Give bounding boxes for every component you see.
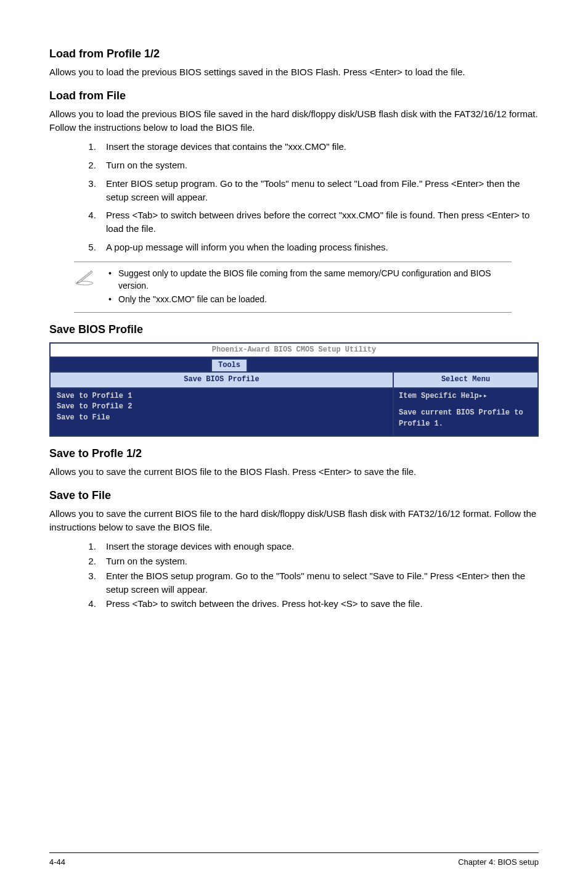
note-box: Suggest only to update the BIOS file com… [74, 262, 512, 313]
paragraph: Allows you to save the current BIOS file… [49, 465, 539, 479]
step-item: A pop-up message will inform you when th… [99, 241, 539, 254]
heading-save-profile: Save to Profle 1/2 [49, 445, 539, 461]
paragraph: Allows you to save the current BIOS file… [49, 507, 539, 534]
bios-left-header: Save BIOS Profile [51, 373, 393, 388]
heading-save-file: Save to File [49, 487, 539, 503]
note-bullet: Only the "xxx.CMO" file can be loaded. [108, 293, 512, 305]
bios-title: Phoenix-Award BIOS CMOS Setup Utility [51, 344, 537, 358]
bios-help-text: Save current BIOS Profile to Profile 1. [399, 408, 533, 429]
pen-icon [74, 267, 99, 289]
paragraph: Allows you to load the previous BIOS set… [49, 65, 539, 79]
steps-list: Insert the storage devices with enough s… [49, 540, 539, 611]
bios-screen: Phoenix-Award BIOS CMOS Setup Utility To… [49, 342, 539, 437]
step-item: Turn on the system. [99, 555, 539, 568]
step-item: Enter the BIOS setup program. Go to the … [99, 569, 539, 596]
step-item: Press <Tab> to switch between the drives… [99, 597, 539, 611]
step-item: Insert the storage devices with enough s… [99, 540, 539, 553]
bios-help-label: Item Specific Help▸▸ [399, 391, 533, 402]
steps-list: Insert the storage devices that contains… [49, 140, 539, 254]
paragraph: Allows you to load the previous BIOS fil… [49, 107, 539, 134]
step-item: Press <Tab> to switch between drives bef… [99, 208, 539, 236]
bios-left-panel: Save BIOS Profile Save to Profile 1 Save… [51, 373, 393, 435]
step-item: Enter BIOS setup program. Go to the "Too… [99, 177, 539, 204]
bios-right-header: Select Menu [394, 373, 537, 388]
step-item: Insert the storage devices that contains… [99, 140, 539, 154]
heading-load-file: Load from File [49, 88, 539, 104]
bios-tabs: Tools [51, 358, 537, 371]
bios-option: Save to File [57, 413, 386, 423]
note-content: Suggest only to update the BIOS file com… [99, 267, 512, 307]
step-item: Turn on the system. [99, 159, 539, 172]
heading-save-bios-profile: Save BIOS Profile [49, 321, 539, 337]
bios-right-panel: Select Menu Item Specific Help▸▸ Save cu… [393, 373, 537, 435]
bios-option: Save to Profile 1 [57, 391, 386, 402]
bios-tab-tools: Tools [211, 358, 248, 371]
bios-option: Save to Profile 2 [57, 402, 386, 412]
heading-load-profile: Load from Profile 1/2 [49, 46, 539, 62]
note-bullet: Suggest only to update the BIOS file com… [108, 267, 512, 292]
